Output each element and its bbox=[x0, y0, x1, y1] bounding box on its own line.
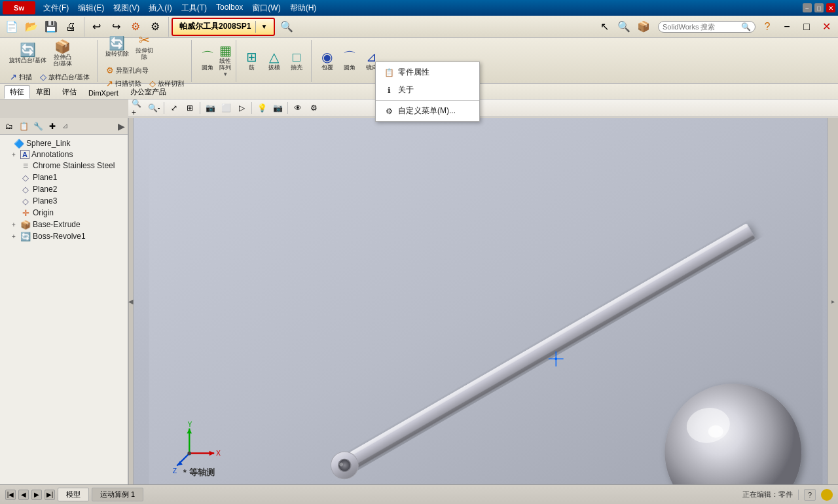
zoom-area-button[interactable]: ⊞ bbox=[183, 101, 197, 115]
view-section-button[interactable]: ⬜ bbox=[219, 101, 233, 115]
wrap-label: 包覆 bbox=[321, 65, 333, 71]
tab-features[interactable]: 特征 bbox=[4, 85, 30, 99]
maximize-sw-button[interactable]: □ bbox=[797, 17, 816, 37]
tree-item-material[interactable]: ≡ Chrome Stainless Steel bbox=[0, 160, 128, 171]
close-button[interactable]: ✕ bbox=[826, 3, 835, 12]
view-camera-button[interactable]: 📷 bbox=[270, 101, 285, 115]
menu-window[interactable]: 窗口(W) bbox=[248, 1, 284, 15]
menu-toolbox[interactable]: Toolbox bbox=[212, 1, 247, 15]
wrap-icon: ◉ bbox=[321, 50, 333, 63]
menu-tools[interactable]: 工具(T) bbox=[177, 1, 211, 15]
featuremgr-tab[interactable]: 🗂 bbox=[3, 120, 16, 132]
zoom-fit-button[interactable]: ⤢ bbox=[167, 101, 181, 115]
status-tab-motion[interactable]: 运动算例 1 bbox=[92, 488, 143, 501]
save-button[interactable]: 💾 bbox=[42, 17, 60, 37]
tree-item-annotations[interactable]: + A Annotations bbox=[0, 149, 128, 160]
padwicke-tools-button[interactable]: 帕威尔工具2008SP1 ▼ bbox=[172, 18, 275, 36]
hole-wizard-button[interactable]: ⚙ 异型孔向导 bbox=[103, 64, 152, 77]
gold-indicator[interactable] bbox=[821, 489, 833, 501]
shell-button[interactable]: □ 抽壳 bbox=[286, 45, 307, 77]
fillet2-button[interactable]: ⌒ 圆角 bbox=[339, 45, 360, 77]
minimize-sw-button[interactable]: − bbox=[778, 17, 796, 37]
zoom-out-button[interactable]: 🔍- bbox=[147, 101, 161, 115]
zoom-button[interactable]: 🔍 bbox=[615, 17, 633, 37]
view-light-button[interactable]: 💡 bbox=[255, 101, 269, 115]
search-box[interactable]: 🔍 bbox=[658, 21, 756, 33]
select-button[interactable]: ↖ bbox=[595, 17, 613, 37]
print-button[interactable]: 🖨 bbox=[62, 17, 80, 37]
expand-panel-button[interactable]: ▶ bbox=[118, 121, 125, 132]
menu-separator bbox=[376, 100, 479, 101]
padwicke-search-button[interactable]: 🔍 bbox=[278, 17, 296, 37]
close-sw-button[interactable]: ✕ bbox=[817, 17, 835, 37]
linear-pattern-button[interactable]: ▦ 线性阵列 ▼ bbox=[219, 45, 232, 77]
restore-button[interactable]: □ bbox=[814, 3, 824, 12]
view-toolbar: 🔍+ 🔍- ⤢ ⊞ 📷 ⬜ ▷ 💡 📷 👁 ⚙ bbox=[128, 99, 838, 117]
menu-insert[interactable]: 插入(I) bbox=[145, 1, 175, 15]
nav-first-button[interactable]: |◀ bbox=[5, 490, 16, 500]
tab-office[interactable]: 办公室产品 bbox=[124, 85, 172, 99]
panel-collapse-handle[interactable]: ◀ bbox=[128, 118, 134, 484]
revolve-boss-button[interactable]: 🔄 旋转凸台/基体 bbox=[7, 38, 49, 69]
wrap-button[interactable]: ◉ 包覆 bbox=[317, 45, 338, 77]
help-button[interactable]: ? bbox=[804, 489, 816, 501]
status-tab-model[interactable]: 模型 bbox=[58, 488, 89, 501]
question-button[interactable]: ? bbox=[758, 17, 776, 37]
fillet-button[interactable]: ⌒ 圆角 bbox=[197, 45, 218, 77]
minimize-button[interactable]: − bbox=[803, 3, 812, 12]
nav-prev-button[interactable]: ◀ bbox=[18, 490, 29, 500]
expander-plane3[interactable] bbox=[9, 196, 18, 206]
sweep-button[interactable]: ↗ 扫描 bbox=[7, 71, 35, 84]
expander-material[interactable] bbox=[9, 161, 18, 170]
expander-plane1[interactable] bbox=[9, 173, 18, 182]
viewport-right-scrollbar[interactable]: ▸ bbox=[828, 118, 838, 484]
draft-button[interactable]: △ 拔模 bbox=[264, 45, 285, 77]
tree-item-sphere-link[interactable]: 🔷 Sphere_Link bbox=[0, 137, 128, 149]
nav-next-button[interactable]: ▶ bbox=[31, 490, 42, 500]
menu-item-about[interactable]: ℹ 关于 bbox=[376, 81, 479, 99]
view-display-button[interactable]: ▷ bbox=[234, 101, 249, 115]
extrude-boss-label: 拉伸凸台/基体 bbox=[53, 54, 73, 67]
expander-origin[interactable] bbox=[9, 208, 18, 217]
nav-last-button[interactable]: ▶| bbox=[45, 490, 55, 500]
rib-button[interactable]: ⊞ 筋 bbox=[242, 45, 263, 77]
propmgr-tab[interactable]: 📋 bbox=[17, 120, 30, 132]
search-input[interactable] bbox=[663, 23, 741, 31]
dropdown-menu: 📋 零件属性 ℹ 关于 ⚙ 自定义菜单(M)... bbox=[375, 62, 480, 122]
expander-boss-revolve1[interactable]: + bbox=[9, 232, 18, 241]
expander-annotations[interactable]: + bbox=[9, 150, 18, 159]
configmgr-tab[interactable]: 🔧 bbox=[31, 120, 45, 132]
tree-item-origin[interactable]: ✛ Origin bbox=[0, 207, 128, 219]
loft-boss-button[interactable]: ◇ 放样凸台/基体 bbox=[37, 71, 93, 84]
menu-edit[interactable]: 编辑(E) bbox=[74, 1, 108, 15]
tab-dimxpert[interactable]: DimXpert bbox=[82, 87, 124, 99]
expander-plane2[interactable] bbox=[9, 185, 18, 194]
view3d-button[interactable]: 📦 bbox=[634, 17, 653, 37]
tab-sketch[interactable]: 草图 bbox=[30, 85, 56, 99]
revolve-cut-button[interactable]: 🔄 旋转切除 bbox=[103, 31, 132, 63]
zoom-in-button[interactable]: 🔍+ bbox=[131, 101, 145, 115]
menu-view[interactable]: 视图(V) bbox=[109, 1, 143, 15]
view-more-button[interactable]: ⚙ bbox=[306, 101, 321, 115]
tree-item-plane3[interactable]: ◇ Plane3 bbox=[0, 195, 128, 207]
view-orient-button[interactable]: 📷 bbox=[203, 101, 217, 115]
extrude-cut-button[interactable]: ✂ 拉伸切除 bbox=[133, 31, 156, 63]
status-text: 正在编辑：零件 bbox=[742, 490, 793, 499]
menu-item-part-properties[interactable]: 📋 零件属性 bbox=[376, 63, 479, 81]
tree-item-plane2[interactable]: ◇ Plane2 bbox=[0, 183, 128, 195]
new-button[interactable]: 📄 bbox=[3, 17, 21, 37]
add-tab-button[interactable]: ✚ bbox=[46, 120, 59, 132]
tab-evaluate[interactable]: 评估 bbox=[56, 85, 82, 99]
tree-item-boss-revolve1[interactable]: + 🔄 Boss-Revolve1 bbox=[0, 230, 128, 242]
viewport[interactable]: Y X Z * 等轴测 bbox=[134, 118, 838, 484]
hide-show-button[interactable]: 👁 bbox=[291, 101, 305, 115]
menu-help[interactable]: 帮助(H) bbox=[286, 1, 321, 15]
tree-item-plane1[interactable]: ◇ Plane1 bbox=[0, 171, 128, 183]
tree-item-base-extrude[interactable]: + 📦 Base-Extrude bbox=[0, 219, 128, 230]
open-button[interactable]: 📂 bbox=[22, 17, 41, 37]
menu-item-customize[interactable]: ⚙ 自定义菜单(M)... bbox=[376, 102, 479, 120]
extrude-boss-button[interactable]: 📦 拉伸凸台/基体 bbox=[50, 38, 75, 69]
expander-sphere-link[interactable] bbox=[3, 139, 12, 148]
menu-file[interactable]: 文件(F) bbox=[39, 1, 73, 15]
expander-base-extrude[interactable]: + bbox=[9, 220, 18, 229]
